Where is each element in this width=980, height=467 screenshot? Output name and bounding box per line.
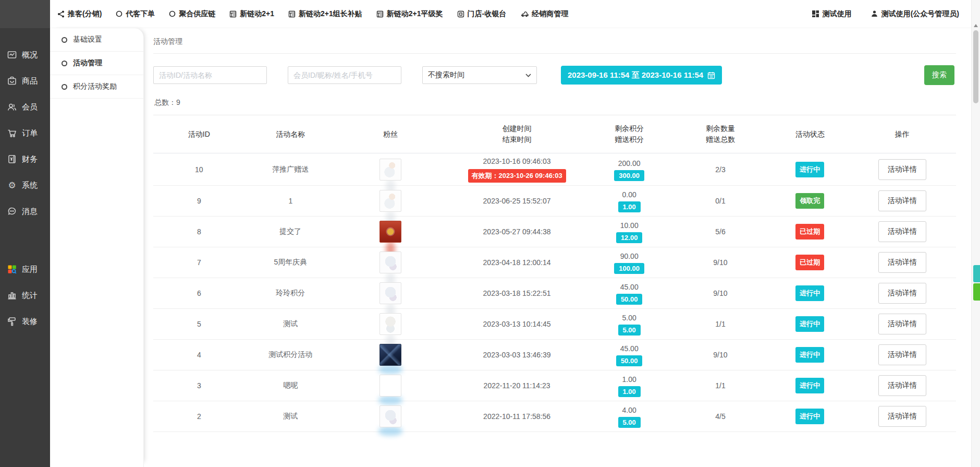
fan-avatar <box>379 282 401 304</box>
member-search-input[interactable] <box>288 66 401 84</box>
status-badge: 进行中 <box>795 347 824 363</box>
header-action: 操作 <box>849 115 956 153</box>
edge-float-widget-green[interactable] <box>973 283 980 301</box>
cell-points: 5.00 5.00 <box>589 309 669 340</box>
table-row: 7 5周年庆典 2023-04-18 12:00:14 90.00 100.00… <box>153 247 956 278</box>
scrollbar-thumb[interactable] <box>973 30 978 103</box>
sidebar-item-orders[interactable]: 订单 <box>0 120 50 146</box>
nav-item-proxy-order[interactable]: 代客下单 <box>116 9 155 19</box>
nav-item-chain-peer-award[interactable]: 新链动2+1平级奖 <box>376 9 443 19</box>
fan-avatar <box>379 190 401 212</box>
activity-detail-button[interactable]: 活动详情 <box>878 283 926 304</box>
created-time: 2023-10-16 09:46:03 <box>445 156 589 166</box>
search-button[interactable]: 搜索 <box>924 65 954 85</box>
activity-detail-button[interactable]: 活动详情 <box>878 159 926 180</box>
apps-colored-icon <box>7 264 17 274</box>
nav-item-chain-leader-subsidy[interactable]: 新链动2+1组长补贴 <box>288 9 362 19</box>
circle-icon <box>116 10 123 17</box>
account-user[interactable]: 测试使用(公众号管理员) <box>871 9 959 19</box>
cell-count: 0/1 <box>669 186 771 217</box>
cell-action: 活动详情 <box>849 153 956 186</box>
page-scrollbar[interactable] <box>971 0 980 467</box>
cell-activity-name: 测试积分活动 <box>245 340 337 370</box>
gift-points-badge: 5.00 <box>618 325 641 336</box>
activity-detail-button[interactable]: 活动详情 <box>878 190 926 211</box>
sidebar-item-members[interactable]: 会员 <box>0 94 50 120</box>
cell-status: 进行中 <box>771 278 849 309</box>
cell-action: 活动详情 <box>849 217 956 247</box>
nav-item-label: 经销商管理 <box>532 9 568 19</box>
cell-status: 进行中 <box>771 370 849 401</box>
status-badge: 进行中 <box>795 285 824 301</box>
activity-detail-button[interactable]: 活动详情 <box>878 221 926 242</box>
logo-block <box>0 0 50 28</box>
remaining-points: 90.00 <box>589 251 669 261</box>
chevron-down-icon <box>525 74 531 77</box>
header-count: 剩余数量赠送总数 <box>669 115 771 153</box>
sidebar-item-label: 统计 <box>22 291 38 301</box>
cell-activity-id: 2 <box>153 401 245 432</box>
edge-float-widget-teal[interactable] <box>973 265 980 282</box>
sidebar-item-decorate[interactable]: 装修 <box>0 308 50 334</box>
right-zone: 推客(分销) 代客下单 聚合供应链 新链动2+1 新链动2+1组长补贴 新链动2… <box>50 0 980 467</box>
nav-item-store-cashier[interactable]: 门店-收银台 <box>457 9 507 19</box>
date-range-value: 2023-09-16 11:54 至 2023-10-16 11:54 <box>568 70 703 80</box>
sidebar-item-goods[interactable]: 商品 <box>0 68 50 94</box>
sidebar-item-apps[interactable]: 应用 <box>0 256 50 282</box>
cell-activity-name: 嗯呢 <box>245 370 337 401</box>
cell-count: 1/1 <box>669 370 771 401</box>
nav-item-supply-chain[interactable]: 聚合供应链 <box>169 9 215 19</box>
cell-action: 活动详情 <box>849 309 956 340</box>
fan-avatar <box>379 159 401 181</box>
sidebar-item-label: 财务 <box>22 154 38 164</box>
time-filter-select[interactable]: 不搜索时间 <box>422 66 537 84</box>
activity-table: 活动ID 活动名称 粉丝 创建时间结束时间 剩余积分赠送积分 剩余数量赠送总数 … <box>153 115 956 432</box>
overview-icon <box>7 50 17 60</box>
activity-detail-button[interactable]: 活动详情 <box>878 375 926 396</box>
gift-points-badge: 5.00 <box>618 417 641 428</box>
created-time: 2023-03-13 10:14:45 <box>445 319 589 329</box>
remaining-points: 4.00 <box>589 405 669 415</box>
remaining-points: 45.00 <box>589 282 669 292</box>
activity-detail-button[interactable]: 活动详情 <box>878 344 926 365</box>
nav-item-distribution[interactable]: 推客(分销) <box>57 9 102 19</box>
cell-time: 2023-03-03 13:46:39 <box>445 340 589 370</box>
sidebar-item-finance[interactable]: 财务 <box>0 146 50 172</box>
cell-count: 9/10 <box>669 278 771 309</box>
submenu-item-activity-management[interactable]: 活动管理 <box>50 52 143 75</box>
activity-search-input[interactable] <box>153 66 267 84</box>
cell-status: 已过期 <box>771 247 849 278</box>
orders-icon <box>7 128 17 138</box>
submenu-item-basic-settings[interactable]: 基础设置 <box>50 28 143 52</box>
sidebar-item-label: 系统 <box>22 181 38 190</box>
cell-activity-id: 10 <box>153 153 245 186</box>
submenu-item-points-reward[interactable]: 积分活动奖励 <box>50 75 143 99</box>
account-shop-label: 测试使用 <box>823 9 852 19</box>
header-status: 活动状态 <box>771 115 849 153</box>
cell-points: 200.00 300.00 <box>589 153 669 186</box>
sidebar-item-message[interactable]: 消息 <box>0 198 50 224</box>
header-activity-id: 活动ID <box>153 115 245 153</box>
cell-points: 4.00 5.00 <box>589 401 669 432</box>
nav-item-label: 新链动2+1组长补贴 <box>299 9 362 19</box>
activity-detail-button[interactable]: 活动详情 <box>878 314 926 334</box>
cell-time: 2022-11-20 11:14:23 <box>445 370 589 401</box>
table-row: 9 1 2023-06-25 15:52:07 0.00 1.00 0/1 领取… <box>153 186 956 217</box>
activity-detail-button[interactable]: 活动详情 <box>878 406 926 427</box>
nav-item-dealer-management[interactable]: 经销商管理 <box>520 9 568 19</box>
scroll-up-arrow-icon[interactable] <box>974 22 978 27</box>
cell-points: 45.00 50.00 <box>589 340 669 370</box>
account-shop[interactable]: 测试使用 <box>812 9 852 19</box>
sidebar-item-overview[interactable]: 概况 <box>0 42 50 68</box>
nav-item-chain-21[interactable]: 新链动2+1 <box>229 9 274 19</box>
date-range-button[interactable]: 2023-09-16 11:54 至 2023-10-16 11:54 <box>561 66 722 85</box>
created-time: 2023-05-27 09:44:38 <box>445 226 589 237</box>
cell-time: 2023-03-13 10:14:45 <box>445 309 589 340</box>
filter-bar: 不搜索时间 2023-09-16 11:54 至 2023-10-16 11:5… <box>153 65 956 85</box>
cell-count: 4/5 <box>669 401 771 432</box>
activity-detail-button[interactable]: 活动详情 <box>878 252 926 273</box>
sidebar-item-system[interactable]: ⚙ 系统 <box>0 172 50 198</box>
cell-points: 1.00 1.00 <box>589 370 669 401</box>
sidebar-item-stats[interactable]: 统计 <box>0 282 50 308</box>
gift-points-badge: 1.00 <box>618 386 641 397</box>
